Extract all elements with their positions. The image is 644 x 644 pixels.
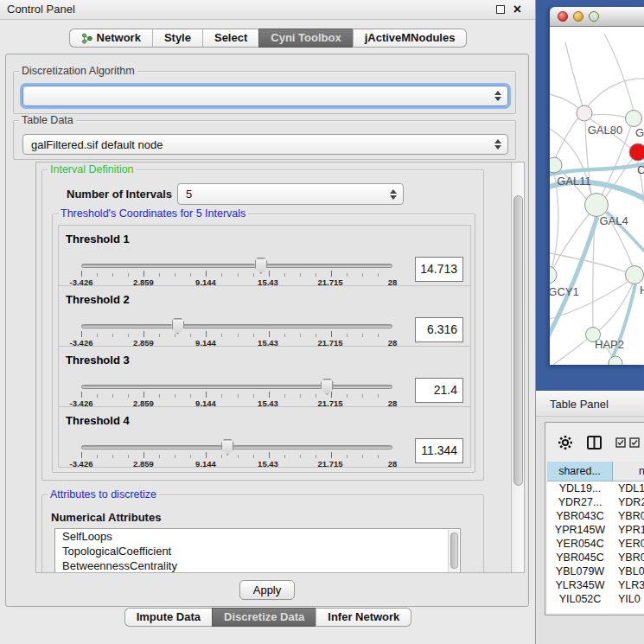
cell-name[interactable]: YBL0 — [613, 564, 644, 578]
tick-label: 28 — [388, 459, 398, 469]
list-scrollbar-thumb[interactable] — [450, 532, 458, 569]
cell-name[interactable]: YPR1 — [613, 523, 644, 537]
slider-track[interactable] — [81, 445, 392, 450]
list-item[interactable]: BetweennessCentrality — [55, 558, 460, 573]
table-row[interactable]: YIL052C YIL0 — [547, 592, 644, 606]
cell-shared-name[interactable]: YPR145W — [547, 523, 613, 537]
cell-shared-name[interactable]: YDL19... — [547, 481, 613, 495]
tab-network[interactable]: Network — [69, 29, 152, 48]
close-icon[interactable]: × — [513, 3, 521, 15]
threshold-value-field[interactable]: 6.316 — [415, 317, 463, 342]
threshold-value-field[interactable]: 21.4 — [415, 378, 463, 403]
network-window-titlebar[interactable] — [550, 7, 644, 27]
network-edge — [591, 114, 627, 118]
cell-name[interactable]: YLR3 — [613, 578, 644, 592]
tab-label: Infer Network — [328, 608, 399, 627]
threshold-slider[interactable]: -3.426 2.859 9.144 15.43 21.715 28 — [81, 379, 392, 409]
network-node[interactable] — [609, 356, 622, 365]
numerical-attributes-list[interactable]: SelfLoopsTopologicalCoefficientBetweenne… — [54, 528, 461, 573]
threshold-value-field[interactable]: 14.713 — [415, 257, 463, 282]
slider-ticks — [81, 391, 393, 398]
combo-stepper-icon — [494, 139, 501, 150]
minimize-traffic-light-icon[interactable] — [573, 11, 583, 22]
threshold-value-field[interactable]: 11.344 — [415, 438, 463, 463]
threshold-slider[interactable]: -3.426 2.859 9.144 15.43 21.715 28 — [81, 258, 392, 288]
tab-impute-data[interactable]: Impute Data — [124, 608, 212, 627]
cell-name[interactable]: YBR0 — [613, 551, 644, 564]
zoom-traffic-light-icon[interactable] — [589, 11, 599, 22]
table-row[interactable]: YDR27... YDR2 — [547, 495, 644, 509]
cell-shared-name[interactable]: YDR27... — [547, 495, 613, 509]
apply-button[interactable]: Apply — [239, 580, 295, 600]
network-edge — [553, 339, 588, 365]
list-item[interactable]: SelfLoops — [55, 529, 460, 544]
float-window-icon[interactable] — [496, 5, 505, 14]
threshold-row: Threshold 4 -3.426 2.859 9.144 — [58, 406, 471, 468]
cell-name[interactable]: YIL0 — [613, 592, 644, 606]
cell-shared-name[interactable]: YBR045C — [547, 551, 613, 564]
table-row[interactable]: YBL079W YBL0 — [547, 564, 644, 578]
cell-name[interactable]: YDL1 — [613, 481, 644, 495]
gear-icon[interactable] — [558, 435, 573, 450]
section-title: Attributes to discretize — [48, 488, 159, 501]
cell-name[interactable]: YDR2 — [613, 495, 644, 509]
settings-scrollbar[interactable] — [511, 163, 524, 572]
cell-shared-name[interactable]: YBR043C — [547, 509, 613, 523]
close-traffic-light-icon[interactable] — [558, 11, 568, 22]
table-row[interactable]: YBR043C YBR0 — [547, 509, 644, 523]
slider-track[interactable] — [81, 264, 392, 268]
cell-name[interactable]: YBR0 — [613, 509, 644, 523]
number-of-intervals-combo[interactable]: 5 — [177, 183, 404, 205]
checkbox-icon[interactable] — [629, 437, 640, 448]
network-node[interactable] — [585, 194, 609, 217]
slider-track[interactable] — [81, 385, 392, 389]
cell-shared-name[interactable]: YLR345W — [547, 578, 613, 592]
node-label: GAL11 — [557, 175, 591, 188]
control-panel: Control Panel × Network Style Select — [0, 0, 536, 644]
column-header-shared-name[interactable]: shared... — [547, 462, 613, 481]
tab-infer-network[interactable]: Infer Network — [316, 608, 411, 627]
cell-name[interactable]: YER0 — [613, 537, 644, 551]
list-scrollbar[interactable] — [448, 530, 459, 573]
column-header-name[interactable]: na — [613, 462, 644, 481]
table-row[interactable]: YER054C YER0 — [547, 537, 644, 551]
threshold-slider[interactable]: -3.426 2.859 9.144 15.43 21.715 28 — [81, 319, 392, 348]
table-row[interactable]: YPR145W YPR1 — [547, 523, 644, 537]
attributes-section: Attributes to discretize Numerical Attri… — [41, 494, 484, 573]
node-label: GCY1 — [550, 285, 579, 298]
threshold-slider[interactable]: -3.426 2.859 9.144 15.43 21.715 28 — [81, 440, 392, 469]
network-window[interactable]: GAL80GCGAL11GAL4GCY1HHAP2 — [550, 7, 644, 365]
network-canvas[interactable]: GAL80GCGAL11GAL4GCY1HHAP2 — [550, 27, 644, 365]
checkbox-icon[interactable] — [615, 437, 626, 448]
slider-track[interactable] — [81, 324, 392, 328]
cell-shared-name[interactable]: YIL052C — [547, 592, 613, 606]
table-panel: shared... na YDL19... YDL1 YDR27... YDR2… — [545, 422, 644, 615]
table-row[interactable]: YDL19... YDL1 — [547, 481, 644, 495]
table-row[interactable]: YBR045C YBR0 — [547, 551, 644, 564]
tick-label: 2.859 — [133, 459, 154, 469]
tab-discretize-data[interactable]: Discretize Data — [212, 608, 316, 627]
cell-shared-name[interactable]: YER054C — [547, 537, 613, 551]
settings-scrollbar-thumb[interactable] — [513, 195, 523, 486]
network-node[interactable] — [577, 105, 592, 121]
tab-label: jActiveMNodules — [365, 29, 456, 48]
tab-jactivemnodules[interactable]: jActiveMNodules — [353, 29, 468, 48]
tab-style[interactable]: Style — [152, 29, 202, 48]
tab-label: Style — [164, 29, 191, 48]
tab-cyni-toolbox[interactable]: Cyni Toolbox — [258, 29, 352, 48]
network-node[interactable] — [626, 111, 642, 127]
split-columns-icon[interactable] — [586, 435, 603, 450]
algorithm-combo[interactable] — [22, 86, 508, 106]
table-row[interactable]: YLR345W YLR3 — [547, 578, 644, 592]
tab-select[interactable]: Select — [202, 29, 258, 48]
network-node[interactable] — [626, 266, 644, 284]
table-data-combo[interactable]: galFiltered.sif default node — [22, 134, 508, 155]
network-node[interactable] — [550, 157, 562, 173]
network-node[interactable] — [629, 143, 644, 161]
bottom-tab-bar: Impute Data Discretize Data Infer Networ… — [0, 608, 536, 627]
cell-shared-name[interactable]: YBL079W — [547, 564, 613, 578]
settings-scrollpane: Interval Definition Number of Intervals … — [35, 162, 525, 573]
node-label: G — [635, 126, 644, 139]
network-node[interactable] — [550, 266, 557, 284]
list-item[interactable]: TopologicalCoefficient — [55, 544, 460, 558]
